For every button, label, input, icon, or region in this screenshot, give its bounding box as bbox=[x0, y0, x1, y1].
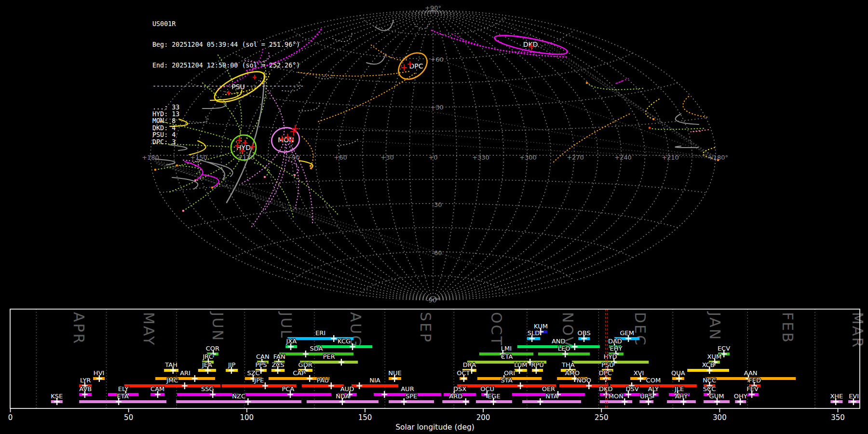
meteor-track bbox=[366, 54, 386, 64]
bar-KCG bbox=[316, 345, 372, 348]
meteor-track bbox=[691, 130, 709, 132]
peak-marker-STA bbox=[517, 382, 523, 389]
track-begin-dot bbox=[586, 82, 588, 84]
shower-row: KSEETANZCNDASPEARDEGENTAMONURSAHYGUMOHYX… bbox=[51, 393, 859, 405]
bar-label-PAU: PAU bbox=[317, 377, 329, 384]
map-parallel bbox=[360, 276, 506, 295]
bar-label-LEO: LEO bbox=[558, 345, 570, 352]
fan-line bbox=[309, 139, 713, 158]
shower-count: DPC: 3 bbox=[152, 139, 304, 146]
bar-label-RPU: RPU bbox=[531, 361, 543, 368]
activity-timeline: APRMAYJUNJULAUGSEPOCTNOVDECJANFEBMARKUME… bbox=[8, 309, 866, 432]
bar-label-SLD: SLD bbox=[528, 329, 540, 337]
month-label-jul: JUL bbox=[278, 311, 295, 339]
track-begin-dot bbox=[264, 176, 266, 178]
shower-count-list: ...: 33HYD: 13MON: 8DKD: 4PSU: 4DPC: 3 bbox=[152, 104, 304, 111]
fan-line bbox=[571, 61, 715, 160]
bar-label-AUR: AUR bbox=[401, 385, 414, 393]
bar-label-ERI: ERI bbox=[315, 329, 326, 337]
bar-label-ARD: ARD bbox=[449, 393, 462, 400]
ra-label: +0 bbox=[428, 154, 437, 161]
bar-label-AVB: AVB bbox=[79, 385, 92, 393]
observation-info: US001R Beg: 20251204 05:39:44 (sol = 251… bbox=[152, 7, 304, 125]
bar-label-DRA: DRA bbox=[463, 361, 476, 368]
ra-label: +330 bbox=[472, 154, 489, 161]
ra-label: +150 bbox=[190, 154, 207, 161]
peak-marker-PER bbox=[339, 359, 344, 366]
radiant-DPC: DPC bbox=[393, 48, 432, 85]
bar-label-LYR: LYR bbox=[80, 377, 91, 384]
month-label-jan: JAN bbox=[706, 311, 723, 341]
axis-tick-label: 350 bbox=[831, 413, 845, 422]
meteor-track bbox=[615, 79, 628, 84]
bar-label-ELY: ELY bbox=[118, 385, 129, 393]
meteor-track bbox=[650, 128, 705, 129]
axis-title: Solar longitude (deg) bbox=[395, 423, 475, 432]
bar-label-AUD: AUD bbox=[340, 385, 354, 393]
bar-label-DSV: DSV bbox=[625, 385, 638, 393]
plot-canvas: PSUHYDMONDPCDKD+90°-90°+180+150+120+90+6… bbox=[0, 0, 868, 434]
bar-label-NIA: NIA bbox=[369, 377, 380, 384]
bar-label-DSX: DSX bbox=[453, 385, 466, 393]
bar-label-FED: FED bbox=[748, 377, 761, 384]
meteor-track bbox=[207, 162, 233, 176]
month-label-dec: DEC bbox=[632, 312, 649, 347]
peak-marker-NZC bbox=[245, 398, 251, 405]
map-parallel bbox=[160, 179, 706, 193]
bar-NZC bbox=[176, 400, 301, 403]
peak-marker-NIA bbox=[356, 382, 362, 389]
meteor-track bbox=[370, 44, 407, 60]
meteor-track bbox=[646, 98, 661, 119]
ra-label: +120 bbox=[237, 154, 255, 161]
meteor-track bbox=[675, 146, 698, 148]
peak-marker-AUR bbox=[381, 391, 387, 398]
meteor-track bbox=[288, 161, 299, 175]
pole-label-north: +90° bbox=[425, 4, 441, 12]
meteor-track bbox=[375, 20, 393, 31]
ra-label: +180° bbox=[708, 154, 728, 161]
bar-label-STA: STA bbox=[501, 377, 513, 384]
bar-label-AND: AND bbox=[552, 338, 566, 345]
ra-label: +180 bbox=[142, 154, 159, 161]
bar-label-ORI: ORI bbox=[504, 369, 515, 377]
ra-label: +210 bbox=[662, 154, 679, 161]
bar-label-URS: URS bbox=[640, 393, 653, 400]
axis-tick-label: 100 bbox=[240, 413, 254, 422]
track-begin-dot bbox=[154, 169, 157, 171]
ra-label: +60 bbox=[334, 154, 347, 161]
axis-tick-label: 200 bbox=[476, 413, 490, 422]
bar-label-PER: PER bbox=[323, 353, 335, 360]
bar-label-TAH: TAH bbox=[164, 361, 177, 368]
bar-label-JEA: JEA bbox=[202, 361, 212, 368]
ra-label: +90 bbox=[286, 154, 299, 161]
pole-label-south: -90° bbox=[426, 297, 440, 304]
bar-label-KCG: KCG bbox=[338, 338, 351, 345]
meteor-track bbox=[587, 83, 644, 90]
bar-label-ARI: ARI bbox=[180, 369, 190, 377]
bar-label-XVI: XVI bbox=[634, 369, 644, 377]
bar-label-GEM: GEM bbox=[620, 329, 634, 337]
peak-marker-PAU bbox=[328, 382, 334, 389]
track-begin-dot bbox=[294, 174, 296, 176]
bar-label-CAP: CAP bbox=[293, 369, 305, 377]
track-begin-dot bbox=[310, 165, 312, 167]
bar-PAU bbox=[302, 384, 344, 387]
ra-label: +30 bbox=[380, 154, 393, 161]
bar-label-SCC: SCC bbox=[703, 385, 716, 393]
bar-label-OER: OER bbox=[542, 385, 555, 393]
ra-label: +240 bbox=[614, 154, 632, 161]
bar-label-NTA: NTA bbox=[545, 393, 558, 400]
track-begin-dot bbox=[182, 210, 185, 212]
begin-time: Beg: 20251204 05:39:44 (sol = 251.96°) bbox=[152, 41, 304, 48]
bar-label-AAN: AAN bbox=[744, 369, 758, 377]
fan-line bbox=[415, 109, 714, 158]
bar-STA bbox=[457, 384, 556, 387]
dec-label: +60 bbox=[430, 56, 443, 63]
meteor-track bbox=[172, 177, 198, 189]
dec-label: -30 bbox=[432, 201, 442, 208]
track-begin-dot bbox=[211, 187, 214, 189]
axis-tick-label: 300 bbox=[713, 413, 727, 422]
bar-label-AHY: AHY bbox=[675, 393, 688, 400]
month-label-jun: JUN bbox=[209, 311, 226, 342]
bar-label-SSG: SSG bbox=[201, 385, 214, 393]
